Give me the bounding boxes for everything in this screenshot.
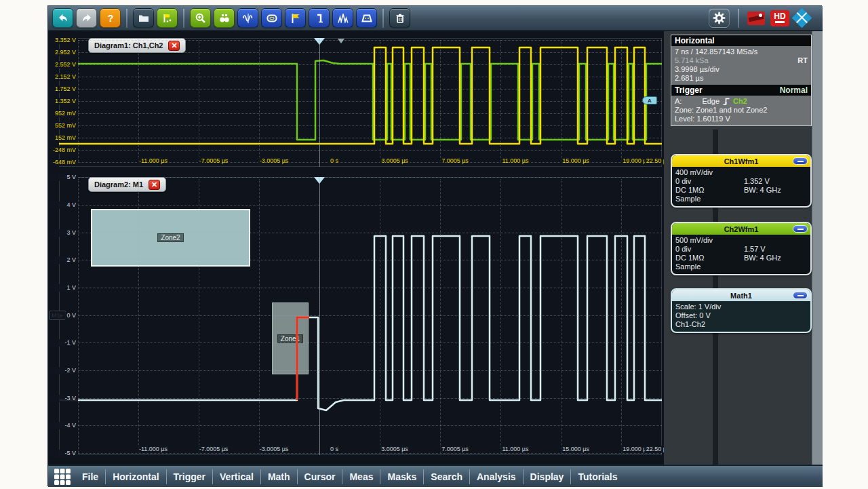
diagram1-x-axis-label: -7.0005 µs (198, 157, 230, 165)
horizontal-resolution: 7 ns / 142.857143 MSa/s (675, 47, 808, 56)
zoom-icon[interactable] (190, 8, 211, 28)
menu-item-cursor[interactable]: Cursor (298, 471, 342, 482)
diagram1-trigger-line (319, 38, 320, 167)
diagram1-gridline-v (199, 40, 199, 162)
diagram1-close-icon[interactable]: ✕ (168, 41, 180, 51)
ch2-minimize-button[interactable] (793, 225, 808, 233)
menu-item-horizontal[interactable]: Horizontal (106, 471, 165, 482)
diagram1-gridline-h (59, 113, 662, 114)
math1-waveform (59, 236, 662, 410)
menu-item-tutorials[interactable]: Tutorials (571, 471, 624, 482)
diagram2-close-icon[interactable]: ✕ (149, 180, 160, 190)
diagram2-x-axis-label: -3.0005 µs (258, 446, 290, 453)
diagram2-gridline-v (78, 179, 79, 453)
diagram1-x-axis-label: 3.0005 µs (380, 157, 410, 165)
measurement-icon[interactable] (237, 8, 258, 28)
ch2-signal-box[interactable]: Ch2Wfm1 500 mV/div 0 div1.57 V DC 1MΩBW:… (671, 222, 812, 275)
toolbar-separator (126, 9, 127, 28)
diagram1-gridline-v (380, 40, 380, 162)
horizontal-record-length: 5.714 kSa (675, 56, 709, 64)
hd-mode-icon[interactable]: HD (770, 10, 789, 26)
math1-minimize-button[interactable] (793, 292, 808, 299)
diagram1-gridline-h (59, 150, 662, 151)
find-icon[interactable] (214, 8, 235, 28)
diagram1-gridline-h (59, 89, 662, 90)
flag-icon[interactable] (285, 8, 306, 28)
menu-item-trigger[interactable]: Trigger (167, 471, 212, 482)
horizontal-title: Horizontal (675, 36, 715, 45)
menu-item-search[interactable]: Search (424, 471, 469, 482)
ch1-signal-box[interactable]: Ch1Wfm1 400 mV/div 0 div1.352 V DC 1MΩBW… (671, 154, 812, 208)
diagram2-gridline-v (380, 179, 380, 453)
undo-icon[interactable] (52, 8, 73, 28)
waveform-display-area[interactable]: Diagram1: Ch1,Ch2 ✕ A Zone2 Zone1 Diagra… (48, 31, 664, 465)
edge-trigger-icon (722, 97, 730, 106)
math1-header[interactable]: Math1 (672, 290, 810, 301)
menu-item-math[interactable]: Math (261, 471, 297, 482)
trigger-mode: Normal (780, 85, 808, 95)
trigger-level-marker[interactable]: A (642, 96, 657, 104)
menu-item-file[interactable]: File (75, 471, 105, 482)
diagram2-gridline-h (59, 315, 662, 316)
ch1-scale: 400 mV/div (675, 168, 744, 177)
diagram2-y-axis-label: -2 V (50, 367, 78, 374)
diagram2-gridline-v (138, 179, 139, 453)
open-folder-icon[interactable] (133, 8, 154, 28)
ch2-coupling: DC 1MΩ (675, 254, 744, 262)
settings-gear-icon[interactable] (709, 8, 730, 28)
sidebar: Horizontal 7 ns / 142.857143 MSa/s 5.714… (664, 31, 823, 465)
math1-signal-box[interactable]: Math1 Scale: 1 V/div Offset: 0 V Ch1-Ch2 (671, 288, 812, 333)
ch1-header[interactable]: Ch1Wfm1 (672, 155, 810, 167)
ch1-minimize-button[interactable] (793, 157, 808, 165)
diagram2-y-axis-label: -3 V (50, 395, 78, 402)
diagram2-waveforms (59, 177, 662, 455)
diagram2-tab[interactable]: Diagram2: M1 ✕ (88, 177, 166, 192)
diagram2-gridline-h (59, 425, 662, 426)
ch1-acq-mode: Sample (675, 195, 744, 203)
trigger-header[interactable]: Trigger Normal (671, 85, 811, 96)
trigger-a-source: Ch2 (733, 97, 747, 106)
screenshot-icon[interactable] (747, 12, 765, 25)
diagram2-gridline-h (59, 288, 662, 288)
diagram2-gridline-h (59, 177, 662, 178)
mask-test-icon[interactable] (261, 8, 282, 28)
toolbar-right-group: HD (709, 8, 818, 28)
diagram1-x-axis-label: 7.0005 µs (440, 157, 470, 165)
menu-item-masks[interactable]: Masks (380, 471, 423, 482)
diagram1-y-axis-label: 1.752 V (50, 85, 78, 93)
save-report-icon[interactable] (157, 8, 178, 28)
delete-icon[interactable] (389, 8, 410, 28)
diagram2-gridline-h (59, 260, 662, 260)
help-icon[interactable]: ? (100, 8, 121, 28)
math1-body: Scale: 1 V/div Offset: 0 V Ch1-Ch2 (672, 301, 810, 332)
menu-item-analysis[interactable]: Analysis (470, 471, 523, 482)
mask-icon[interactable] (356, 8, 377, 28)
diagram1-tab-label: Diagram1: Ch1,Ch2 (94, 41, 163, 50)
menu-item-display[interactable]: Display (524, 471, 571, 482)
diagram1-gridline-h (59, 52, 662, 53)
menu-item-meas[interactable]: Meas (342, 471, 380, 482)
redo-icon[interactable] (76, 8, 97, 28)
ch2-offset: 0 div (675, 245, 744, 254)
diagram2-x-axis-label: 11.000 µs (500, 446, 530, 453)
diagram1-x-axis-label: -11.000 µs (138, 157, 169, 165)
trigger-a-label: A: (675, 97, 682, 106)
spectrum-icon[interactable] (332, 8, 353, 28)
diagram1-gridline-v (259, 40, 260, 162)
diagram2-y-axis-label: 0 V (50, 312, 78, 319)
ch2-bandwidth: BW: 4 GHz (744, 254, 807, 262)
trigger-sequence-icon[interactable] (309, 8, 330, 28)
menu-item-vertical[interactable]: Vertical (213, 471, 260, 482)
diagram1-gridline-h (59, 40, 662, 41)
diagram1-gridline-v (138, 40, 139, 162)
horizontal-trigger-infobox[interactable]: Horizontal 7 ns / 142.857143 MSa/s 5.714… (671, 35, 812, 126)
horizontal-header[interactable]: Horizontal (671, 35, 811, 46)
diagram2-gridline-h (59, 343, 662, 343)
diagram2-gridline-v (621, 179, 622, 453)
diagram2-gridline-v (199, 179, 199, 453)
app-grid-icon[interactable] (54, 468, 71, 486)
diagram1-x-axis-label: 11.000 µs (500, 157, 530, 165)
math1-expression: Ch1-Ch2 (675, 320, 705, 329)
ch2-header[interactable]: Ch2Wfm1 (672, 223, 810, 235)
trigger-zone-expression: Zone: Zone1 and not Zone2 (675, 106, 808, 115)
